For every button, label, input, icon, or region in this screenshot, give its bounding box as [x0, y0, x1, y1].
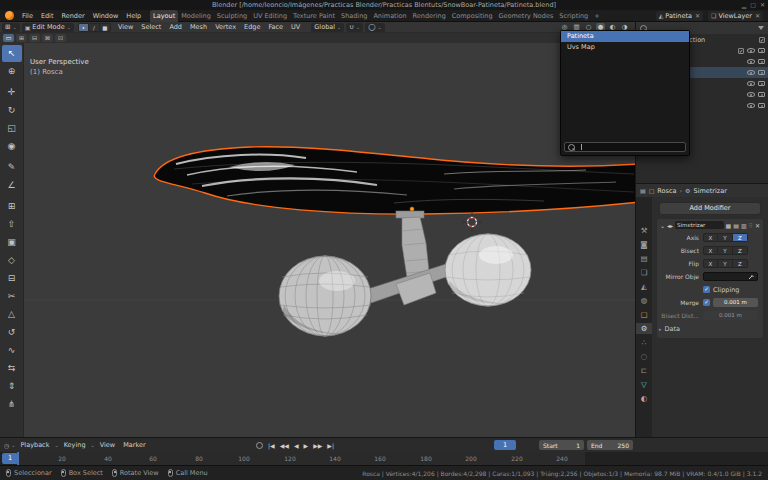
- proportional-edit-toggle[interactable]: ◯⌄: [365, 23, 384, 32]
- edge-select-button[interactable]: /: [89, 23, 100, 32]
- drag-handle-icon[interactable]: ⠿: [749, 222, 753, 229]
- tab-constraints-icon[interactable]: ⊏: [636, 365, 652, 376]
- menu-marker[interactable]: Marker: [120, 441, 148, 449]
- tab-tool-icon[interactable]: ⚒: [636, 225, 652, 236]
- viewport-3d[interactable]: [24, 43, 635, 437]
- menu-help[interactable]: Help: [122, 12, 145, 20]
- select-intersect-icon[interactable]: ⊡: [55, 34, 66, 42]
- tab-uv-editing[interactable]: UV Editing: [250, 10, 290, 22]
- frame-start-field[interactable]: Start 1: [539, 440, 584, 450]
- tool-scale-icon[interactable]: ◱: [2, 120, 22, 137]
- camera-visibility-icon[interactable]: [758, 59, 765, 64]
- tool-shrink-fatten-icon[interactable]: ⇕: [2, 378, 22, 395]
- axis-z-button[interactable]: Z: [733, 233, 748, 242]
- tab-object-icon[interactable]: ▢: [636, 309, 652, 320]
- tool-select-box-icon[interactable]: ↖: [2, 45, 22, 62]
- tool-rotate-icon[interactable]: ↻: [2, 102, 22, 119]
- eye-icon[interactable]: [747, 103, 755, 108]
- eye-icon[interactable]: [747, 70, 755, 75]
- select-subtract-icon[interactable]: ⊟: [29, 34, 40, 42]
- merge-value-field[interactable]: 0.001 m: [713, 298, 758, 307]
- left-wheel[interactable]: [279, 256, 371, 336]
- properties-editor-icon[interactable]: ▤: [640, 187, 646, 194]
- menu-window[interactable]: Window: [89, 12, 123, 20]
- modifier-name-field[interactable]: Simetrizar: [675, 221, 723, 229]
- flip-x-button[interactable]: X: [703, 259, 718, 268]
- menu-uv[interactable]: UV: [288, 23, 303, 31]
- tool-knife-icon[interactable]: ✂: [2, 288, 22, 305]
- jump-to-end-icon[interactable]: ▶|: [327, 442, 334, 449]
- menu-select[interactable]: Select: [138, 23, 164, 31]
- menu-add[interactable]: Add: [166, 23, 185, 31]
- tab-output-icon[interactable]: ▤: [636, 253, 652, 264]
- blender-logo[interactable]: [5, 11, 14, 20]
- tool-bevel-icon[interactable]: ◇: [2, 252, 22, 269]
- tool-rip-icon[interactable]: ⋔: [2, 396, 22, 413]
- tab-object-data-icon[interactable]: ▽: [636, 379, 652, 390]
- tab-animation[interactable]: Animation: [370, 10, 409, 22]
- camera-visibility-icon[interactable]: [758, 70, 765, 75]
- tab-world-icon[interactable]: ◍: [636, 295, 652, 306]
- camera-visibility-icon[interactable]: [758, 92, 765, 97]
- tab-geometry-nodes[interactable]: Geometry Nodes: [496, 10, 557, 22]
- menu-playback[interactable]: Playback: [17, 441, 52, 449]
- menu-vertex[interactable]: Vertex: [212, 23, 239, 31]
- tool-cursor-icon[interactable]: ⊕: [2, 63, 22, 80]
- tab-texture-paint[interactable]: Texture Paint: [290, 10, 338, 22]
- menu-file[interactable]: File: [18, 12, 37, 20]
- current-frame-field[interactable]: 1: [494, 440, 516, 450]
- tab-scene-icon[interactable]: ◭: [636, 281, 652, 292]
- select-extend-icon[interactable]: ⊞: [16, 34, 27, 42]
- frame-end-field[interactable]: End 250: [587, 440, 633, 450]
- data-subpanel[interactable]: ▸ Data: [657, 322, 763, 335]
- dropdown-search-input[interactable]: [564, 142, 686, 152]
- tab-compositing[interactable]: Compositing: [449, 10, 496, 22]
- bisect-z-button[interactable]: Z: [733, 246, 748, 255]
- tool-extrude-icon[interactable]: ⇧: [2, 216, 22, 233]
- tool-measure-icon[interactable]: ∠: [2, 177, 22, 194]
- prev-keyframe-icon[interactable]: ◀◀: [280, 442, 289, 449]
- tab-shading[interactable]: Shading: [338, 10, 370, 22]
- bisect-x-button[interactable]: X: [703, 246, 718, 255]
- tool-add-cube-icon[interactable]: ⊞: [2, 198, 22, 215]
- tool-edge-slide-icon[interactable]: ⇆: [2, 360, 22, 377]
- tab-material-icon[interactable]: ◐: [636, 393, 652, 404]
- timeline-editor-icon[interactable]: ◷: [4, 442, 9, 449]
- tool-annotate-icon[interactable]: ✎: [2, 159, 22, 176]
- flip-z-button[interactable]: Z: [733, 259, 748, 268]
- vertex-select-button[interactable]: •: [78, 23, 89, 32]
- menu-view-timeline[interactable]: View: [97, 441, 118, 449]
- tool-loop-cut-icon[interactable]: ⊟: [2, 270, 22, 287]
- scene-unlink-icon[interactable]: ✕: [694, 12, 700, 19]
- snap-toggle[interactable]: ∪⌄: [346, 23, 363, 32]
- playhead-frame-badge[interactable]: 1: [2, 453, 18, 464]
- timeline-ruler[interactable]: 0 20 40 60 80 100 120 140 160 180 200 22…: [0, 452, 768, 466]
- menu-edge[interactable]: Edge: [241, 23, 263, 31]
- axis-x-button[interactable]: X: [703, 233, 718, 242]
- view-layer-selector[interactable]: ❏ ViewLayer ✕: [708, 11, 763, 21]
- minimize-icon[interactable]: ▁: [742, 0, 747, 10]
- select-invert-icon[interactable]: ⊠: [42, 34, 53, 42]
- render-toggle-icon[interactable]: ▥: [741, 222, 747, 229]
- eye-icon[interactable]: [747, 59, 755, 64]
- menu-mesh[interactable]: Mesh: [187, 23, 210, 31]
- merge-checkbox[interactable]: ✓: [703, 299, 710, 306]
- tab-layout[interactable]: Layout: [150, 10, 178, 22]
- tab-rendering[interactable]: Rendering: [410, 10, 449, 22]
- edit-mode-toggle-icon[interactable]: ▦: [726, 222, 732, 229]
- menu-face[interactable]: Face: [265, 23, 286, 31]
- tab-view-layer-icon[interactable]: ❏: [636, 267, 652, 278]
- tab-modeling[interactable]: Modeling: [178, 10, 214, 22]
- clipping-checkbox[interactable]: ✓: [703, 286, 710, 293]
- collection-checkbox[interactable]: ✓: [759, 37, 765, 43]
- collection-checkbox[interactable]: ✓: [738, 48, 744, 54]
- camera-visibility-icon[interactable]: [758, 103, 765, 108]
- dropdown-item-patineta[interactable]: Patineta: [561, 31, 689, 42]
- tool-spin-icon[interactable]: ↺: [2, 324, 22, 341]
- realtime-toggle-icon[interactable]: ▤: [733, 222, 739, 229]
- tool-move-icon[interactable]: ✛: [2, 84, 22, 101]
- play-reverse-icon[interactable]: ◀: [294, 442, 299, 449]
- view-layer-unlink-icon[interactable]: ✕: [754, 12, 760, 19]
- camera-visibility-icon[interactable]: [758, 81, 765, 86]
- tab-scripting[interactable]: Scripting: [556, 10, 591, 22]
